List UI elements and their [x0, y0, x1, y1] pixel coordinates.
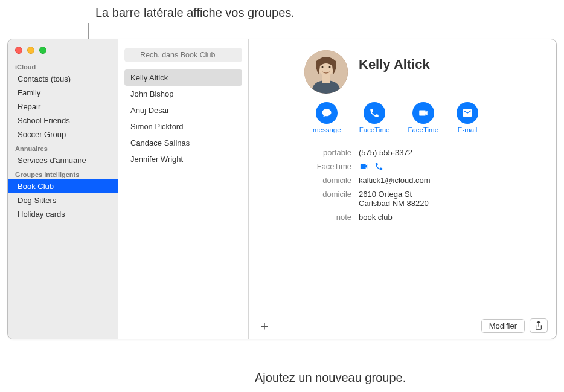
traffic-lights: [8, 44, 118, 60]
facetime-video-button[interactable]: FaceTime: [408, 102, 438, 133]
bottom-toolbar: ＋ Modifier: [249, 312, 556, 339]
envelope-icon: [462, 108, 473, 118]
sidebar-item-repair[interactable]: Repair: [8, 100, 118, 114]
search-input[interactable]: [124, 48, 242, 62]
video-icon[interactable]: [359, 162, 369, 171]
phone-icon: [369, 108, 380, 118]
phone-icon[interactable]: [374, 162, 384, 171]
field-value-mobile[interactable]: (575) 555-3372: [359, 148, 543, 157]
action-label: FaceTime: [359, 126, 390, 133]
list-item[interactable]: Jennifer Wright: [124, 151, 242, 167]
list-item[interactable]: John Bishop: [124, 86, 242, 102]
callout-bottom: Ajoutez un nouveau groupe.: [255, 371, 406, 385]
facetime-audio-button[interactable]: FaceTime: [359, 102, 390, 133]
share-icon: [534, 321, 543, 330]
action-label: E-mail: [458, 126, 478, 133]
callout-top: La barre latérale affiche vos groupes.: [95, 6, 295, 20]
field-value-note[interactable]: book club: [359, 213, 543, 222]
sidebar-item-school-friends[interactable]: School Friends: [8, 114, 118, 127]
minimize-icon[interactable]: [27, 47, 34, 54]
maximize-icon[interactable]: [39, 47, 46, 54]
list-item[interactable]: Kelly Altick: [124, 69, 242, 86]
sidebar-item-directory-services[interactable]: Services d'annuaire: [8, 153, 118, 167]
contact-list: Kelly Altick John Bishop Anuj Desai Simo…: [118, 68, 248, 169]
contact-detail: Kelly Altick message FaceTime FaceTime E…: [249, 39, 556, 339]
action-label: FaceTime: [408, 126, 438, 133]
video-icon: [418, 108, 429, 118]
sidebar-section-header: Annuaires: [8, 141, 118, 153]
field-label-email: domicile: [262, 176, 351, 185]
list-item[interactable]: Anuj Desai: [124, 102, 242, 118]
field-value-email[interactable]: kaltick1@icloud.com: [359, 176, 543, 185]
list-item[interactable]: Candace Salinas: [124, 135, 242, 151]
message-icon: [321, 108, 332, 118]
field-value-facetime: [359, 162, 543, 171]
svg-rect-4: [322, 74, 330, 83]
field-value-address[interactable]: 2610 Ortega St Carlsbad NM 88220: [359, 190, 543, 208]
field-label-address: domicile: [262, 190, 351, 208]
sidebar-item-holiday-cards[interactable]: Holiday cards: [8, 207, 118, 221]
sidebar-section-header: iCloud: [8, 60, 118, 72]
sidebar-section-header: Groupes intelligents: [8, 167, 118, 179]
edit-button[interactable]: Modifier: [481, 319, 525, 333]
address-line: Carlsbad NM 88220: [359, 199, 543, 208]
sidebar: iCloud Contacts (tous) Family Repair Sch…: [8, 39, 118, 339]
sidebar-item-family[interactable]: Family: [8, 86, 118, 100]
list-item[interactable]: Simon Pickford: [124, 118, 242, 135]
app-window: iCloud Contacts (tous) Family Repair Sch…: [7, 39, 557, 339]
field-label-note: note: [262, 213, 351, 222]
action-label: message: [313, 126, 341, 133]
svg-point-5: [322, 66, 324, 68]
field-label-mobile: portable: [262, 148, 351, 157]
share-button[interactable]: [530, 318, 548, 333]
email-button[interactable]: E-mail: [457, 102, 478, 133]
callout-line-bottom: [260, 339, 260, 363]
contact-fields: portable (575) 555-3372 FaceTime domicil…: [262, 148, 543, 222]
contact-name: Kelly Altick: [359, 57, 430, 72]
avatar: [304, 50, 348, 94]
close-icon[interactable]: [15, 47, 22, 54]
sidebar-item-soccer-group[interactable]: Soccer Group: [8, 127, 118, 141]
sidebar-item-book-club[interactable]: Book Club: [8, 179, 118, 193]
field-label-facetime: FaceTime: [262, 162, 351, 171]
svg-point-6: [329, 66, 331, 68]
sidebar-item-dog-sitters[interactable]: Dog Sitters: [8, 193, 118, 207]
plus-icon: ＋: [258, 318, 271, 334]
message-button[interactable]: message: [313, 102, 341, 133]
add-button[interactable]: ＋: [257, 318, 272, 333]
contact-list-column: Kelly Altick John Bishop Anuj Desai Simo…: [118, 39, 249, 339]
address-line: 2610 Ortega St: [359, 190, 543, 199]
sidebar-item-all-contacts[interactable]: Contacts (tous): [8, 72, 118, 86]
